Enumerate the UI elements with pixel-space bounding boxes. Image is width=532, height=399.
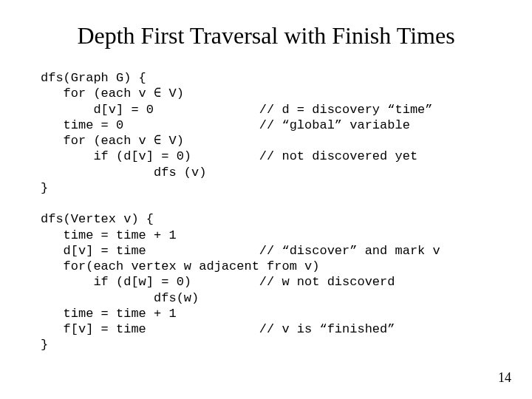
slide-title: Depth First Traversal with Finish Times bbox=[0, 22, 532, 50]
slide: Depth First Traversal with Finish Times … bbox=[0, 0, 532, 399]
code-block: dfs(Graph G) { for (each v ∈ V) d[v] = 0… bbox=[41, 70, 440, 353]
page-number: 14 bbox=[498, 370, 511, 386]
